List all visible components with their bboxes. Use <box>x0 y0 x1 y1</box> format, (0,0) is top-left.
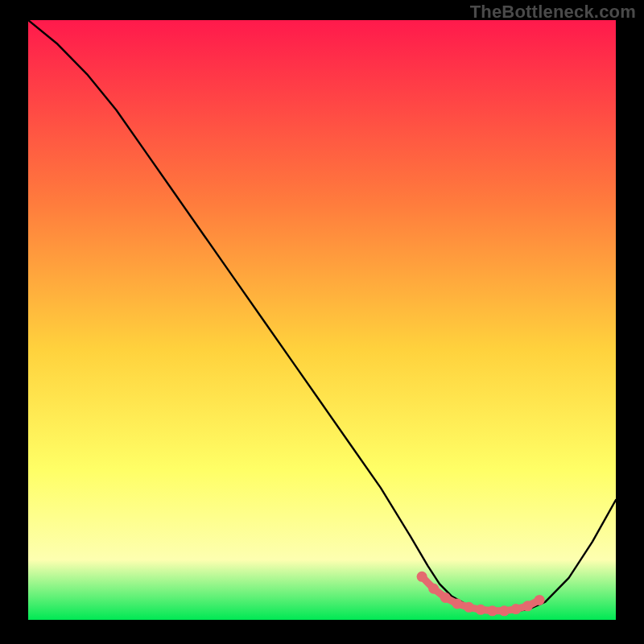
optimal-region-marker <box>487 605 497 616</box>
optimal-region-marker <box>535 595 545 605</box>
optimal-region-marker <box>417 572 427 582</box>
plot-area <box>28 20 616 620</box>
optimal-region-marker <box>452 598 462 609</box>
optimal-region-marker <box>476 605 486 615</box>
optimal-region-marker <box>428 584 439 594</box>
optimal-region-marker <box>464 602 474 613</box>
optimal-region-marker <box>522 601 533 611</box>
optimal-region-marker <box>440 592 451 603</box>
optimal-region-marker <box>499 605 510 616</box>
bottleneck-chart <box>28 20 616 620</box>
chart-frame: TheBottleneck.com <box>0 0 644 644</box>
optimal-region-marker <box>510 604 521 614</box>
watermark-text: TheBottleneck.com <box>470 2 636 23</box>
